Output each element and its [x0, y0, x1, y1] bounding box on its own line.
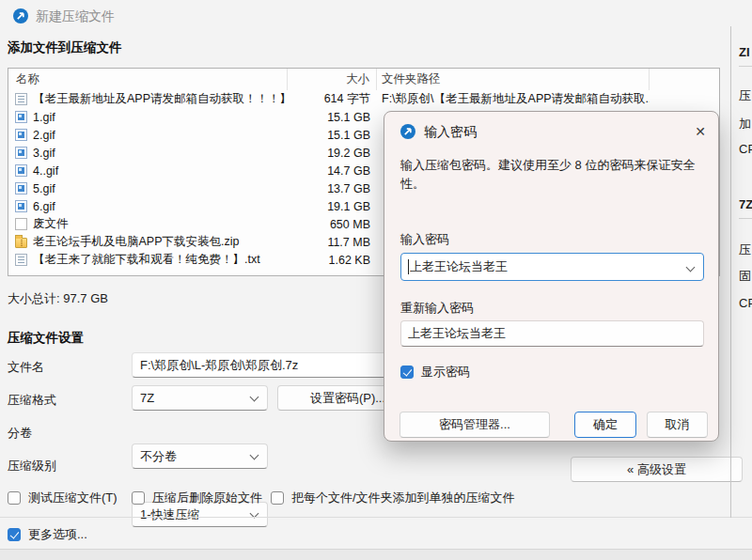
advanced-panel-item: CP [739, 142, 752, 156]
checkbox-icon[interactable] [8, 491, 21, 505]
file-size-cell: 614 字节 [288, 91, 377, 107]
panel-rule [739, 218, 752, 219]
advanced-panel-item: 压 [739, 241, 751, 258]
confirm-password-label: 重新输入密码 [400, 300, 474, 317]
checkbox-test-archive-label: 测试压缩文件(T) [28, 490, 118, 506]
more-options-label: 更多选项... [28, 526, 87, 543]
app-window: { "window": { "title": "新建压缩文件" }, "sect… [0, 0, 752, 560]
filename-label: 文件名 [8, 359, 44, 376]
horizontal-divider [0, 517, 752, 518]
file-size-cell: 11.7 MB [288, 236, 377, 249]
file-type-icon [15, 238, 27, 248]
file-name-cell: 1.gif [8, 111, 288, 124]
advanced-settings-button[interactable]: « 高级设置 [571, 457, 743, 482]
file-name-cell: 2.gif [8, 129, 288, 142]
file-name: 【老王来了就能下载和观看！纯免费！】.txt [33, 252, 260, 268]
file-type-icon [15, 254, 27, 266]
checkbox-test-archive[interactable]: 测试压缩文件(T) [8, 490, 118, 506]
file-size-cell: 650 MB [288, 218, 377, 231]
file-name-cell: 4..gif [8, 164, 288, 178]
panel-rule [739, 66, 752, 67]
checkbox-icon[interactable] [132, 491, 145, 505]
app-logo-icon [13, 8, 28, 23]
checkbox-delete-originals-label: 压缩后删除原始文件 [152, 490, 262, 506]
password-label: 输入密码 [400, 231, 449, 248]
checkbox-icon[interactable] [271, 491, 284, 505]
dialog-description: 输入压缩包密码。建议使用至少 8 位的密码来保证安全性。 [400, 156, 706, 193]
chevron-down-icon [250, 451, 259, 460]
level-label: 压缩级别 [8, 458, 56, 474]
confirm-password-value: 上老王论坛当老王 [408, 325, 506, 342]
advanced-panel-item: 固 [739, 268, 751, 285]
confirm-password-input[interactable]: 上老王论坛当老王 [400, 320, 704, 347]
file-name-cell: 6.gif [8, 200, 288, 213]
password-dialog: 输入密码 ✕ 输入压缩包密码。建议使用至少 8 位的密码来保证安全性。 输入密码… [384, 111, 719, 442]
password-value: 上老王论坛当老王 [410, 258, 508, 275]
password-input[interactable]: 上老王论坛当老王 [400, 253, 704, 281]
file-name: 2.gif [33, 129, 55, 142]
show-password-toggle[interactable]: 显示密码 [400, 364, 470, 381]
more-options-toggle[interactable]: 更多选项... [8, 526, 87, 543]
close-icon[interactable]: ✕ [690, 121, 711, 142]
cancel-button[interactable]: 取消 [647, 412, 708, 438]
password-manager-button[interactable]: 密码管理器... [400, 412, 550, 438]
file-name: 老王论坛手机及电脑APP下载安装包.zip [33, 234, 239, 250]
file-type-icon [15, 93, 27, 105]
file-type-icon [15, 147, 27, 159]
table-row[interactable]: 【老王最新地址及APP请发邮箱自动获取！！！】.... 614 字节 F:\郑原… [8, 90, 719, 108]
total-size-label: 大小总计: 97.7 GB [8, 290, 108, 307]
file-size-cell: 15.1 GB [288, 129, 377, 142]
file-name: 废文件 [33, 216, 69, 232]
advanced-panel-item: 压 [739, 87, 751, 104]
file-type-icon [15, 200, 27, 212]
file-name: 【老王最新地址及APP请发邮箱自动获取！！！】.... [33, 91, 288, 107]
file-type-icon [15, 164, 27, 177]
file-size-cell: 19.2 GB [288, 147, 377, 160]
file-name: 4..gif [33, 164, 58, 178]
file-name-cell: 5.gif [8, 182, 288, 195]
level-selected-value: 1-快速压缩 [140, 506, 200, 523]
file-name-cell: 老王论坛手机及电脑APP下载安装包.zip [8, 234, 288, 250]
volume-selected-value: 不分卷 [140, 448, 177, 465]
file-type-icon [15, 182, 27, 194]
checkbox-delete-originals[interactable]: 压缩后删除原始文件 [132, 490, 262, 506]
file-name-cell: 【老王最新地址及APP请发邮箱自动获取！！！】.... [8, 91, 288, 107]
file-name-cell: 废文件 [8, 216, 288, 232]
checkbox-separate-archives-label: 把每个文件/文件夹添加到单独的压缩文件 [291, 490, 515, 506]
file-name: 6.gif [33, 200, 55, 213]
chevron-down-icon [250, 393, 259, 402]
file-type-icon [15, 129, 27, 141]
file-name-cell: 【老王来了就能下载和观看！纯免费！】.txt [8, 252, 288, 268]
column-header-name[interactable]: 名称 [8, 69, 288, 90]
file-size-cell: 15.1 GB [288, 111, 377, 124]
column-header-blank [650, 69, 719, 90]
format-selected-value: 7Z [140, 391, 154, 405]
volume-select[interactable]: 不分卷 [132, 443, 268, 469]
checkbox-checked-icon[interactable] [400, 366, 414, 379]
column-header-size[interactable]: 大小 [288, 69, 377, 90]
volume-label: 分卷 [8, 425, 32, 442]
format-label: 压缩格式 [8, 392, 56, 409]
file-name: 1.gif [33, 111, 55, 124]
format-select[interactable]: 7Z [132, 385, 268, 411]
column-header-folder-path[interactable]: 文件夹路径 [377, 69, 650, 90]
section-archive-settings: 压缩文件设置 [8, 330, 84, 347]
file-type-icon [15, 111, 27, 123]
dialog-title: 输入密码 [424, 124, 477, 141]
file-size-cell: 14.7 GB [288, 164, 377, 178]
file-size-cell: 19.1 GB [288, 200, 377, 213]
panel-divider [730, 26, 731, 518]
chevron-down-icon[interactable] [686, 263, 696, 272]
window-title: 新建压缩文件 [36, 8, 115, 25]
advanced-panel-item: 加 [739, 116, 751, 132]
table-header: 名称 大小 文件夹路径 [8, 69, 719, 90]
checkbox-separate-archives[interactable]: 把每个文件/文件夹添加到单独的压缩文件 [271, 490, 515, 506]
file-name: 5.gif [33, 182, 55, 195]
ok-button[interactable]: 确定 [574, 412, 636, 438]
bottom-strip [0, 549, 752, 560]
file-path-cell: F:\郑原创\【老王最新地址及APP请发邮箱自动获取... [377, 91, 650, 107]
dialog-logo-icon [400, 124, 415, 139]
checkbox-checked-icon[interactable] [8, 528, 21, 541]
advanced-panel-zip-header: ZI [739, 45, 750, 59]
file-size-cell: 13.7 GB [288, 182, 377, 195]
